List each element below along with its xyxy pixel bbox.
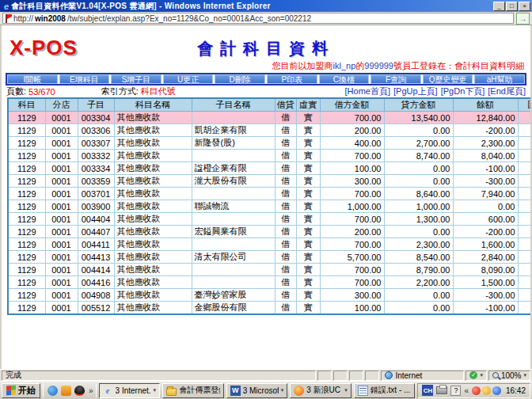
table-row[interactable]: 11290001003359其他應收款瀧大股份有限借實300.000.00-30… (8, 175, 532, 188)
task-button-2[interactable]: 會計傳票登錄 (162, 383, 224, 398)
cell-fixed (518, 226, 532, 238)
nav-link-3[interactable]: [PgDn下頁] (441, 86, 485, 96)
task-label: 3 新浪UC (306, 385, 342, 396)
page-header: X-POS 會計科目資料 您目前以加盟商ikl_np的999999號員工登錄在：… (2, 25, 530, 73)
table-row[interactable]: 11290001003307其他應收款新隆發(股)借實400.002,700.0… (8, 137, 532, 150)
task-button-1[interactable]: e3 Internet...▾ (99, 383, 161, 398)
task-button-5[interactable]: 錯誤.txt - ... (354, 383, 416, 398)
go-button[interactable]: → (516, 13, 530, 25)
page-info-bar: 頁數: 53/670 索引方式: 科目代號 [Home首頁][PgUp上頁][P… (6, 86, 526, 97)
column-header-balance: 餘額 (453, 98, 518, 112)
nav-link-2[interactable]: [PgUp上頁] (393, 86, 438, 96)
cell-subitem: 003306 (78, 124, 114, 137)
cell-branch: 0001 (45, 200, 78, 213)
table-row[interactable]: 11290001004414其他應收款借實700.008,790.008,090… (8, 264, 532, 276)
protected-mode-control[interactable]: ✓ ▾ (466, 370, 487, 381)
ie-logo-icon: e (2, 2, 11, 11)
table-row[interactable]: 11290001005512其他應收款金鄉股份有限借實100.000.00-10… (8, 302, 532, 315)
messenger-icon[interactable] (48, 386, 58, 396)
toolbar-button-10[interactable]: aH幫助 (474, 74, 525, 84)
cell-fixed (518, 175, 532, 188)
cell-debit-amount: 400.00 (320, 137, 384, 150)
maximize-button[interactable]: □ (506, 2, 518, 11)
task-button-3[interactable]: W3 Microsof...▾ (226, 383, 288, 398)
column-header-debit-amount: 借方金額 (320, 98, 384, 112)
cell-debit-credit: 借 (275, 124, 296, 137)
tray-blue-icon[interactable] (492, 386, 501, 395)
cell-debit-amount: 700.00 (320, 264, 384, 276)
table-row[interactable]: 11290001004416其他應收款借實700.002,200.001,500… (8, 276, 532, 289)
toolbar-button-9[interactable]: Q歷史變更 (423, 74, 473, 84)
table-row[interactable]: 11290001003332其他應收款借實700.008,740.008,040… (8, 150, 532, 162)
cell-virtual-real: 實 (296, 226, 320, 238)
cell-fixed (518, 137, 532, 150)
security-zone-panel: Internet (381, 370, 464, 381)
cell-debit-credit: 借 (275, 289, 296, 302)
tray-collapse-chevron[interactable]: « (464, 386, 469, 395)
nav-link-4[interactable]: [End尾頁] (488, 86, 526, 96)
table-row[interactable]: 11290001004908其他應收款臺灣妙管家股借實300.000.00-30… (8, 289, 532, 302)
toolbar-button-8[interactable]: F查詢 (370, 74, 421, 84)
windows-flag-icon (6, 386, 16, 396)
minimize-button[interactable]: _ (493, 2, 505, 11)
cell-branch: 0001 (45, 238, 78, 251)
cell-fixed (518, 150, 532, 162)
tray-yellow-icon[interactable] (482, 386, 491, 395)
cell-subject: 1129 (8, 137, 45, 150)
cell-balance: 600.00 (453, 213, 518, 226)
column-header-debit-credit: 借貸 (275, 98, 296, 112)
cell-balance: -100.00 (453, 162, 518, 175)
toolbar-button-3[interactable]: S增子目 (111, 74, 162, 84)
table-row[interactable]: 11290001003701其他應收款借實700.008,640.007,940… (8, 188, 532, 200)
toolbar-button-4[interactable]: U更正 (163, 74, 214, 84)
start-button[interactable]: 开始 (2, 383, 40, 398)
cell-branch: 0001 (45, 276, 78, 289)
table-row[interactable]: 11290001003334其他應收款諡橙企業有限借實100.000.00-10… (8, 162, 532, 175)
zoom-control[interactable]: 100% ▾ (488, 370, 530, 381)
cell-credit-amount: 13,540.00 (384, 112, 453, 124)
cell-balance: 2,840.00 (453, 251, 518, 264)
language-indicator[interactable]: CH (422, 385, 433, 396)
toolbar-button-2[interactable]: E增科目 (59, 74, 110, 84)
cell-credit-amount: 0.00 (384, 302, 453, 315)
table-row[interactable]: 11290001003900其他應收款聯誠物流借實1,000.001,000.0… (8, 200, 532, 213)
nav-link-1[interactable]: [Home首頁] (345, 86, 390, 96)
task-button-4[interactable]: 3 新浪UC▾ (290, 383, 352, 398)
cell-virtual-real: 實 (296, 112, 320, 124)
cell-branch: 0001 (45, 264, 78, 276)
cell-credit-amount: 2,300.00 (384, 238, 453, 251)
close-button[interactable]: × (519, 2, 530, 11)
accounts-table: 科目分店子目科目名稱子目名稱借貸虛實借方金額貸方金額餘額固 1129000100… (7, 97, 532, 315)
cell-debit-credit: 借 (275, 226, 296, 238)
table-row[interactable]: 11290001004407其他應收款宏鎰興業有限借實200.000.00-20… (8, 226, 532, 238)
table-row[interactable]: 11290001004411其他應收款借實700.002,300.001,600… (8, 238, 532, 251)
app-icon[interactable] (61, 386, 71, 396)
printer-icon[interactable] (436, 386, 447, 394)
cell-subject-name: 其他應收款 (114, 276, 192, 289)
cell-debit-amount: 200.00 (320, 226, 384, 238)
toolbar-button-6[interactable]: P印表 (267, 74, 317, 84)
cell-credit-amount: 0.00 (384, 162, 453, 175)
address-input[interactable]: http://win2008/tw/subject/explan.asp?Ex_… (2, 13, 514, 24)
table-row[interactable]: 11290001004404其他應收款借實700.001,300.00600.0… (8, 213, 532, 226)
table-row[interactable]: 11290001003304其他應收款借實700.0013,540.0012,8… (8, 112, 532, 124)
table-row[interactable]: 11290001004413其他應收款清太有限公司借實5,700.008,540… (8, 251, 532, 264)
cell-subject: 1129 (8, 226, 45, 238)
table-row[interactable]: 11290001003306其他應收款凱胡企業有限借實200.000.00-20… (8, 124, 532, 137)
toolbar-button-1[interactable]: I開帳 (7, 74, 58, 84)
tray-red-icon[interactable] (472, 386, 481, 395)
cell-debit-amount: 700.00 (320, 238, 384, 251)
help-icon[interactable]: ? (450, 386, 461, 396)
toolbar-button-5[interactable]: D刪除 (215, 74, 265, 84)
clock: 16:42 (504, 386, 526, 395)
cell-debit-amount: 100.00 (320, 162, 384, 175)
cell-fixed (518, 188, 532, 200)
column-header-credit-amount: 貸方金額 (384, 98, 453, 112)
xpos-logo: X-POS (10, 36, 78, 60)
quick-launch-overflow-chevron[interactable]: » (89, 386, 93, 395)
cell-fixed (518, 251, 532, 264)
cell-debit-amount: 100.00 (320, 302, 384, 315)
qq-icon[interactable] (74, 386, 85, 396)
cell-debit-amount: 300.00 (320, 175, 384, 188)
toolbar-button-7[interactable]: C換檔 (319, 74, 370, 84)
